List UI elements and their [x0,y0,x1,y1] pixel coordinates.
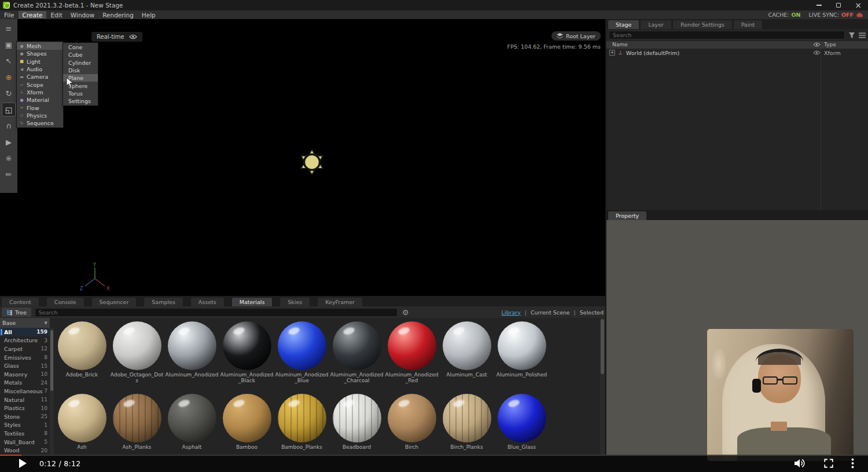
create-menu-item[interactable]: ■ Light [17,58,63,65]
render-mode-badge[interactable]: Real-time [91,32,142,42]
hamburger-menu-icon[interactable]: ≡ [2,21,16,35]
physics-tool-icon[interactable]: ※ [2,151,16,165]
create-menu-item[interactable]: ◇ Physics [17,112,63,119]
menu-item[interactable]: Rendering [98,11,138,19]
material-item[interactable]: Aluminum_Polished [494,321,549,383]
play-button[interactable] [19,459,27,468]
submenu-item[interactable]: Settings [63,97,98,105]
category-item[interactable]: Carpet 12 [0,345,50,353]
move-tool-icon[interactable]: ⊕ [2,70,16,84]
viewport[interactable]: Real-time Root Layer FPS: 104.62, Frame … [17,19,605,296]
category-item[interactable]: Miscellaneous 7 [0,387,50,396]
category-item[interactable]: Plastics 10 [0,404,50,412]
paint-tool-icon[interactable]: ✏ [2,167,16,181]
tree-view-button[interactable]: Tree [2,308,31,317]
stage-panel-tab[interactable]: Render Settings [673,20,732,29]
menu-item[interactable]: Edit [46,11,66,19]
gear-icon[interactable]: ⚙ [402,309,409,316]
select-mode-icon[interactable]: ▣ [2,38,16,52]
category-item[interactable]: Architecture 3 [0,336,50,345]
material-item[interactable]: Asphalt [164,394,219,450]
category-item[interactable]: Textiles 8 [0,429,50,438]
create-menu-item[interactable]: ▱ Scope [17,81,63,88]
view-option[interactable]: Selected [570,309,604,316]
material-item[interactable]: Blue_Glass [494,394,549,450]
view-option[interactable]: Current Scene [521,309,570,316]
pointer-tool-icon[interactable]: ↖ [2,54,16,68]
material-item[interactable]: Bamboo [219,394,274,450]
menu-item[interactable]: Create [19,11,47,19]
expand-icon[interactable]: + [609,50,615,56]
create-menu-item[interactable]: ◀ Audio [17,65,63,73]
material-item[interactable]: Aluminum_Anodized_Blue [274,321,329,383]
rotate-tool-icon[interactable]: ↻ [2,86,16,100]
bottom-panel-tab[interactable]: Console [47,298,84,306]
submenu-item[interactable]: Disk [63,67,98,74]
filter-icon[interactable] [848,32,855,39]
kebab-menu-icon[interactable] [851,458,854,469]
snap-tool-icon[interactable]: ∩ [2,119,16,133]
view-option[interactable]: Library [502,309,521,316]
category-item[interactable]: Stone 25 [0,412,50,421]
volume-icon[interactable] [795,459,806,468]
material-item[interactable]: Adobe_Brick [54,321,109,383]
material-item[interactable]: Bamboo_Planks [274,394,329,450]
create-menu-item[interactable]: ≈ Flow [17,104,63,111]
bottom-panel-tab[interactable]: Assets [191,298,224,306]
material-item[interactable]: Beadboard [329,394,384,450]
visibility-column-icon[interactable] [813,42,821,47]
close-button[interactable] [848,0,868,10]
scale-tool-icon[interactable]: ◱ [2,103,16,116]
menu-item[interactable]: Help [138,11,160,19]
category-item[interactable]: Glass 15 [0,361,50,370]
category-item[interactable]: Emissives 8 [0,353,50,362]
material-item[interactable]: Aluminum_Anodized [164,321,219,383]
materials-scrollbar[interactable] [600,318,605,455]
material-item[interactable]: Aluminum_Cast [439,321,494,383]
material-item[interactable]: Aluminum_Anodized_Black [219,321,274,383]
create-menu-item[interactable]: ▬ Camera [17,73,63,81]
stage-panel-tab[interactable]: Stage [608,20,639,29]
category-item[interactable]: Wall_Board 5 [0,438,50,447]
material-item[interactable]: Ash [54,394,109,450]
bottom-panel-tab[interactable]: Content [2,298,39,306]
submenu-item[interactable]: Cube [63,51,98,58]
category-item[interactable]: Natural 11 [0,396,50,404]
material-item[interactable]: Adobe_Octagon_Dots [109,321,164,383]
material-item[interactable]: Ash_Planks [109,394,164,450]
create-menu-item[interactable]: ● Shapes [17,50,63,57]
category-item[interactable]: All 159 [0,328,50,336]
submenu-item[interactable]: Torus [63,90,98,97]
category-scrollbar[interactable] [50,328,54,455]
category-item[interactable]: Masonry 10 [0,370,50,379]
stage-search-input[interactable] [609,31,845,39]
visibility-eye-icon[interactable] [813,50,821,55]
distant-light-gizmo[interactable] [299,149,325,175]
fullscreen-icon[interactable] [823,458,834,469]
bottom-panel-tab[interactable]: Samples [144,298,183,306]
options-list-icon[interactable] [859,32,866,38]
bottom-panel-tab[interactable]: KeyFramer [318,298,362,306]
seek-bar[interactable] [0,455,868,456]
minimize-button[interactable] [809,0,829,10]
material-item[interactable]: Birch_Planks [439,394,494,450]
category-dropdown[interactable]: Base [0,318,50,328]
menu-item[interactable]: File [0,11,19,19]
tab-property[interactable]: Property [608,211,646,220]
create-menu-item[interactable]: ⊥ Xform [17,89,63,96]
stage-tree-row[interactable]: + ⊥ World (defaultPrim) Xform [606,49,868,57]
category-item[interactable]: Styles 1 [0,421,50,430]
type-column-header[interactable]: Type [824,42,836,47]
materials-search-input[interactable] [35,308,398,317]
category-item[interactable]: Metals 24 [0,379,50,387]
maximize-button[interactable] [829,0,848,10]
play-tool-icon[interactable]: ▶ [2,135,16,149]
material-item[interactable]: Aluminum_Anodized_Red [384,321,439,383]
create-menu-item[interactable]: ↻ Sequence [17,119,63,127]
bottom-panel-tab[interactable]: Skies [280,298,310,306]
bottom-panel-tab[interactable]: Sequencer [92,298,137,306]
name-column-header[interactable]: Name [612,42,628,47]
material-item[interactable]: Aluminum_Anodized_Charcoal [329,321,384,383]
root-layer-button[interactable]: Root Layer [551,31,601,41]
create-menu-item[interactable]: ● Material [17,96,63,104]
